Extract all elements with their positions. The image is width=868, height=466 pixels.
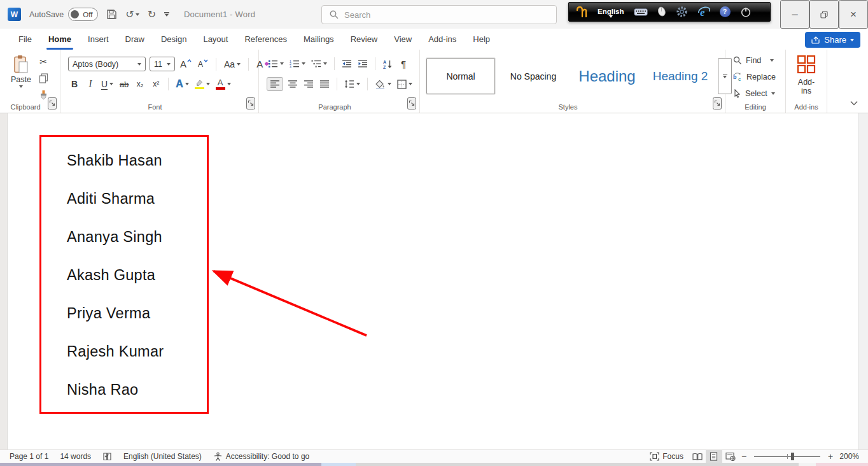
customize-qat-button[interactable] bbox=[164, 12, 169, 17]
ribbon-tab[interactable]: References bbox=[236, 29, 295, 50]
ribbon-tab[interactable]: Insert bbox=[80, 29, 117, 50]
sort-icon: AZ bbox=[383, 59, 393, 69]
vertical-scrollbar[interactable] bbox=[858, 113, 868, 449]
collapse-ribbon-button[interactable] bbox=[850, 98, 858, 108]
accessibility-status[interactable]: Accessibility: Good to go bbox=[207, 450, 315, 463]
clipboard-dialog-launcher[interactable] bbox=[48, 97, 57, 109]
shading-button[interactable] bbox=[374, 77, 393, 91]
ribbon-tab[interactable]: View bbox=[386, 29, 420, 50]
justify-button[interactable] bbox=[318, 77, 331, 91]
align-center-button[interactable] bbox=[286, 77, 299, 91]
font-color-button[interactable]: A bbox=[214, 77, 232, 91]
avro-keyboard-icon[interactable] bbox=[575, 5, 588, 19]
undo-dropdown-icon[interactable] bbox=[136, 13, 139, 16]
replace-button[interactable]: bc Replace bbox=[733, 73, 776, 81]
power-icon[interactable] bbox=[740, 6, 752, 18]
ribbon-tab[interactable]: Layout bbox=[195, 29, 236, 50]
show-paragraph-marks-button[interactable]: ¶ bbox=[397, 57, 410, 71]
help-icon[interactable]: ? bbox=[720, 6, 731, 17]
bullet-list-button[interactable] bbox=[267, 57, 285, 71]
ribbon-tab[interactable]: Mailings bbox=[295, 29, 342, 50]
document-canvas[interactable]: Shakib HasanAditi SharmaAnanya SinghAkas… bbox=[0, 113, 868, 449]
change-case-button[interactable]: Aa bbox=[223, 57, 242, 71]
addins-button[interactable]: Add-ins bbox=[796, 55, 816, 95]
font-name-value: Aptos (Body) bbox=[73, 60, 118, 69]
grow-font-button[interactable]: A bbox=[179, 57, 193, 71]
font-color-icon: A bbox=[216, 78, 225, 90]
close-button[interactable]: × bbox=[839, 0, 868, 29]
highlight-button[interactable] bbox=[193, 77, 211, 91]
settings-gear-icon[interactable] bbox=[676, 6, 688, 18]
shrink-font-button[interactable]: A bbox=[197, 57, 209, 71]
editing-group-label: Editing bbox=[725, 103, 785, 111]
sort-button[interactable]: AZ bbox=[381, 57, 394, 71]
borders-button[interactable] bbox=[396, 77, 414, 91]
select-button[interactable]: Select bbox=[733, 89, 775, 98]
copy-button[interactable] bbox=[37, 71, 50, 85]
read-mode-button[interactable] bbox=[689, 450, 706, 463]
decrease-indent-button[interactable] bbox=[340, 57, 353, 71]
styles-dialog-launcher[interactable] bbox=[713, 97, 722, 109]
paste-button[interactable]: Paste bbox=[6, 55, 36, 104]
mouse-input-icon[interactable] bbox=[657, 6, 666, 18]
multilevel-list-dropdown-icon bbox=[323, 62, 327, 65]
ribbon-tab[interactable]: Add-ins bbox=[420, 29, 465, 50]
zoom-slider[interactable] bbox=[754, 456, 820, 457]
restore-button[interactable] bbox=[809, 0, 839, 29]
print-layout-button[interactable] bbox=[706, 450, 722, 463]
font-dialog-launcher[interactable] bbox=[246, 97, 255, 109]
language-selector[interactable]: English bbox=[598, 8, 624, 18]
underline-button[interactable]: U bbox=[100, 77, 115, 91]
superscript-button[interactable]: x² bbox=[150, 77, 162, 91]
internet-explorer-icon[interactable]: e bbox=[697, 6, 710, 18]
zoom-in-button[interactable]: + bbox=[825, 451, 836, 462]
font-name-combo[interactable]: Aptos (Body) bbox=[68, 57, 146, 71]
ribbon-tab[interactable]: File bbox=[10, 29, 40, 50]
bold-button[interactable]: B bbox=[68, 77, 81, 91]
autosave-toggle[interactable]: Off bbox=[68, 8, 98, 21]
language-status[interactable]: English (United States) bbox=[118, 450, 207, 463]
document-name-line: Nisha Rao bbox=[41, 371, 207, 409]
align-left-button[interactable] bbox=[267, 77, 283, 91]
undo-button[interactable]: ↺ bbox=[125, 10, 139, 20]
proofing-status[interactable] bbox=[97, 450, 118, 463]
minimize-button[interactable]: ─ bbox=[780, 0, 809, 29]
numbered-list-button[interactable]: 123 bbox=[288, 57, 307, 71]
multilevel-list-button[interactable] bbox=[310, 57, 328, 71]
ribbon-tab[interactable]: Home bbox=[40, 29, 80, 50]
ribbon-tab[interactable]: Design bbox=[153, 29, 195, 50]
redo-button[interactable]: ↻ bbox=[148, 10, 156, 20]
style-heading[interactable]: Heading bbox=[571, 58, 643, 94]
ribbon-tab[interactable]: Review bbox=[342, 29, 386, 50]
save-button[interactable] bbox=[106, 9, 117, 20]
paragraph-dialog-launcher[interactable] bbox=[407, 97, 416, 109]
cut-button[interactable]: ✂ bbox=[37, 55, 50, 69]
strikethrough-button[interactable]: ab bbox=[118, 77, 130, 91]
word-count-status[interactable]: 14 words bbox=[54, 450, 97, 463]
find-button[interactable]: Find bbox=[733, 56, 774, 65]
share-button[interactable]: Share bbox=[805, 32, 860, 48]
zoom-slider-thumb[interactable] bbox=[791, 453, 794, 460]
style-normal[interactable]: Normal bbox=[426, 58, 495, 94]
text-effects-button[interactable]: A bbox=[174, 77, 190, 91]
keyboard-layout-icon[interactable] bbox=[634, 8, 648, 17]
align-right-button[interactable] bbox=[302, 77, 315, 91]
document-name-line: Rajesh Kumar bbox=[41, 332, 207, 371]
web-layout-button[interactable] bbox=[722, 450, 739, 463]
italic-button[interactable]: I bbox=[84, 77, 97, 91]
style-no-spacing[interactable]: No Spacing bbox=[500, 58, 566, 94]
zoom-out-button[interactable]: − bbox=[739, 451, 749, 462]
line-spacing-button[interactable] bbox=[343, 77, 361, 91]
search-icon bbox=[330, 10, 339, 19]
ribbon-tab[interactable]: Help bbox=[465, 29, 498, 50]
search-input[interactable]: Search bbox=[321, 5, 557, 24]
focus-mode-button[interactable]: Focus bbox=[644, 450, 689, 463]
increase-indent-button[interactable] bbox=[356, 57, 369, 71]
ribbon-tab[interactable]: Draw bbox=[117, 29, 153, 50]
replace-label: Replace bbox=[746, 73, 776, 81]
subscript-button[interactable]: x₂ bbox=[134, 77, 146, 91]
zoom-level-button[interactable]: 200% bbox=[836, 450, 864, 463]
style-heading-2[interactable]: Heading 2 bbox=[648, 58, 713, 94]
page-number-status[interactable]: Page 1 of 1 bbox=[4, 450, 54, 463]
font-size-combo[interactable]: 11 bbox=[150, 57, 175, 71]
